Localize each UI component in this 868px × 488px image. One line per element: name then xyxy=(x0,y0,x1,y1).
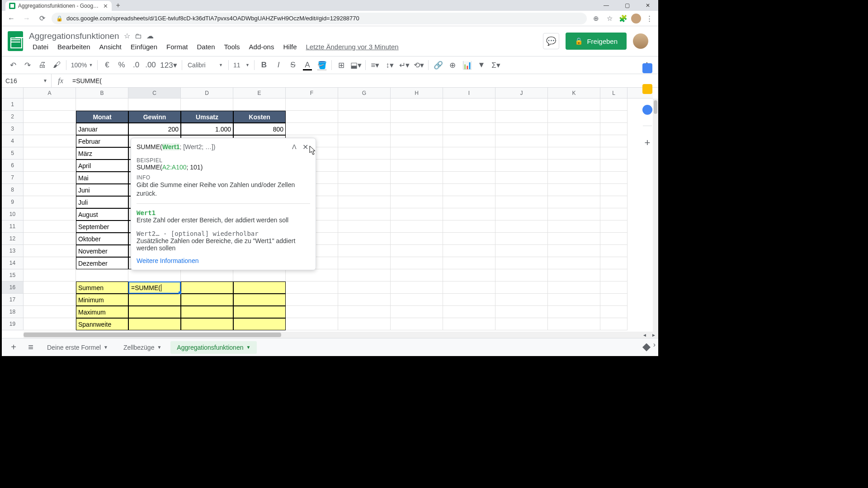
window-minimize[interactable]: — xyxy=(596,0,617,11)
number-format-button[interactable]: 123▾ xyxy=(158,58,179,72)
col-C[interactable]: C xyxy=(128,88,181,98)
row-15[interactable]: 15 xyxy=(2,269,23,282)
col-G[interactable]: G xyxy=(338,88,391,98)
currency-button[interactable]: € xyxy=(100,58,114,72)
redo-button[interactable]: ↷ xyxy=(21,58,34,72)
sheet-tab-2[interactable]: Aggregationsfunktionen▼ xyxy=(170,341,257,354)
browser-menu-icon[interactable]: ⋮ xyxy=(644,13,655,24)
row-10[interactable]: 10 xyxy=(2,208,23,221)
row-13[interactable]: 13 xyxy=(2,245,23,257)
font-select[interactable]: Calibri▼ xyxy=(185,61,226,69)
side-panel-toggle-icon[interactable]: › xyxy=(653,341,656,349)
row-11[interactable]: 11 xyxy=(2,221,23,233)
new-tab-button[interactable]: + xyxy=(112,0,124,11)
menu-ansicht[interactable]: Ansicht xyxy=(96,42,125,52)
row-14[interactable]: 14 xyxy=(2,257,23,269)
col-J[interactable]: J xyxy=(495,88,548,98)
collapse-help-icon[interactable]: ᐱ xyxy=(292,143,297,150)
v-align-button[interactable]: ↕▾ xyxy=(383,58,396,72)
col-B[interactable]: B xyxy=(76,88,128,98)
tab-close-icon[interactable]: ✕ xyxy=(103,3,108,9)
col-I[interactable]: I xyxy=(443,88,495,98)
row-18[interactable]: 18 xyxy=(2,306,23,318)
reload-button[interactable]: ⟳ xyxy=(36,13,48,24)
undo-button[interactable]: ↶ xyxy=(6,58,20,72)
menu-daten[interactable]: Daten xyxy=(193,42,219,52)
user-avatar[interactable] xyxy=(633,33,648,49)
name-box-dropdown-icon[interactable]: ▼ xyxy=(43,78,47,83)
sheet-tab-1[interactable]: Zellbezüge▼ xyxy=(117,341,168,354)
back-button[interactable]: ← xyxy=(5,13,17,24)
formula-input[interactable]: =SUMME( xyxy=(70,74,658,87)
print-button[interactable]: 🖨 xyxy=(35,58,49,72)
all-sheets-button[interactable]: ≡ xyxy=(24,340,38,355)
col-H[interactable]: H xyxy=(391,88,443,98)
merge-button[interactable]: ⬓▾ xyxy=(349,58,363,72)
move-icon[interactable]: 🗀 xyxy=(135,32,142,40)
cells[interactable]: Monat Gewinn Umsatz Kosten Januar 200 1.… xyxy=(24,99,653,332)
row-6[interactable]: 6 xyxy=(2,160,23,172)
row-2[interactable]: 2 xyxy=(2,111,23,123)
filter-button[interactable]: ▼ xyxy=(475,58,488,72)
link-button[interactable]: 🔗 xyxy=(431,58,445,72)
paint-format-button[interactable]: 🖌 xyxy=(50,58,63,72)
extensions-icon[interactable]: 🧩 xyxy=(618,13,628,24)
row-19[interactable]: 19 xyxy=(2,318,23,330)
menu-datei[interactable]: Datei xyxy=(29,42,52,52)
forward-button[interactable]: → xyxy=(21,13,33,24)
calendar-icon[interactable] xyxy=(642,63,652,73)
cell-umsatz[interactable]: 1.000 xyxy=(181,123,233,135)
col-E[interactable]: E xyxy=(233,88,286,98)
col-L[interactable]: L xyxy=(600,88,627,98)
fill-color-button[interactable]: 🪣 xyxy=(315,58,329,72)
header-gewinn[interactable]: Gewinn xyxy=(128,111,181,123)
browser-tab[interactable]: Aggregationsfunktionen - Goog… ✕ xyxy=(5,1,112,11)
spreadsheet-grid[interactable]: A B C D E F G H I J K L 1234567891011121… xyxy=(2,88,658,338)
strike-button[interactable]: S xyxy=(286,58,300,72)
url-field[interactable]: 🔒 docs.google.com/spreadsheets/d/1GE-twl… xyxy=(52,13,587,24)
header-umsatz[interactable]: Umsatz xyxy=(181,111,233,123)
column-headers[interactable]: A B C D E F G H I J K L xyxy=(24,88,653,99)
row-17[interactable]: 17 xyxy=(2,294,23,306)
col-K[interactable]: K xyxy=(548,88,600,98)
explore-button[interactable] xyxy=(639,340,654,355)
menu-format[interactable]: Format xyxy=(163,42,192,52)
window-maximize[interactable]: ▢ xyxy=(617,0,637,11)
row-5[interactable]: 5 xyxy=(2,147,23,160)
text-color-button[interactable]: A xyxy=(301,58,314,72)
rotate-button[interactable]: ⟲▾ xyxy=(412,58,425,72)
close-help-icon[interactable]: ✕ xyxy=(300,142,310,152)
row-headers[interactable]: 12345678910111213141516171819 xyxy=(2,99,24,330)
tasks-icon[interactable] xyxy=(642,105,652,115)
scroll-left-icon[interactable]: ◄ xyxy=(640,332,649,338)
increase-decimal-button[interactable]: .00 xyxy=(144,58,157,72)
select-all-corner[interactable] xyxy=(2,88,24,99)
cell-month[interactable]: Januar xyxy=(76,123,128,135)
cloud-icon[interactable]: ☁ xyxy=(146,32,154,40)
row-16[interactable]: 16 xyxy=(2,282,23,294)
col-D[interactable]: D xyxy=(181,88,233,98)
menu-hilfe[interactable]: Hilfe xyxy=(279,42,300,52)
zoom-select[interactable]: 100%▼ xyxy=(69,61,94,69)
keep-icon[interactable] xyxy=(642,84,652,94)
row-1[interactable]: 1 xyxy=(2,99,23,111)
horizontal-scrollbar[interactable] xyxy=(24,332,653,338)
bookmark-icon[interactable]: ☆ xyxy=(604,13,615,24)
functions-button[interactable]: Σ▾ xyxy=(489,58,503,72)
h-align-button[interactable]: ≡▾ xyxy=(368,58,382,72)
last-edit-link[interactable]: Letzte Änderung vor 3 Minuten xyxy=(302,42,402,52)
percent-button[interactable]: % xyxy=(115,58,128,72)
more-info-link[interactable]: Weitere Informationen xyxy=(131,253,316,270)
chart-button[interactable]: 📊 xyxy=(460,58,474,72)
star-icon[interactable]: ☆ xyxy=(124,32,130,40)
row-12[interactable]: 12 xyxy=(2,233,23,245)
comment-button[interactable]: ⊕ xyxy=(446,58,459,72)
col-A[interactable]: A xyxy=(24,88,76,98)
name-box[interactable]: C16 ▼ xyxy=(2,74,52,87)
font-size-select[interactable]: 11▼ xyxy=(231,61,251,69)
header-monat[interactable]: Monat xyxy=(76,111,128,123)
wrap-button[interactable]: ↵▾ xyxy=(397,58,411,72)
row-4[interactable]: 4 xyxy=(2,135,23,147)
menu-tools[interactable]: Tools xyxy=(221,42,244,52)
cell-gewinn[interactable]: 200 xyxy=(128,123,181,135)
